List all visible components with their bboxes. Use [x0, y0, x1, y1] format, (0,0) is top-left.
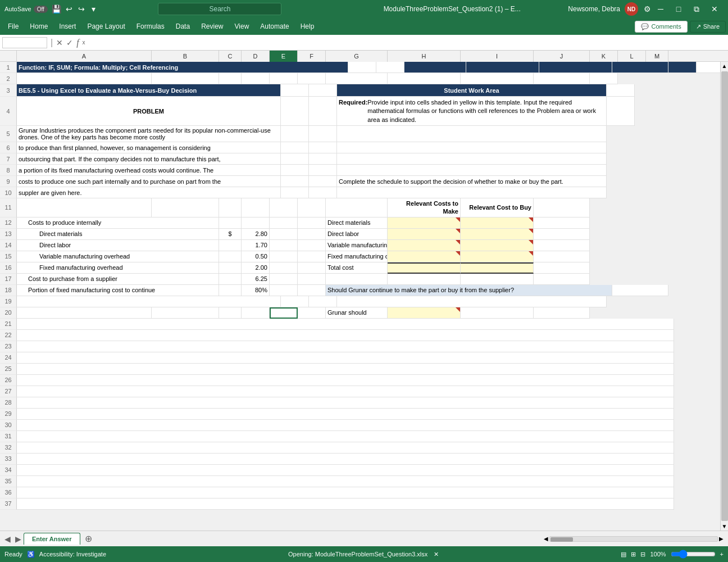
cell-e7[interactable]: [281, 153, 309, 165]
cell-e5[interactable]: [281, 126, 309, 142]
cell-a23[interactable]: [17, 341, 674, 352]
cell-j14[interactable]: [534, 240, 590, 251]
cell-c11[interactable]: [219, 198, 242, 217]
cell-k3[interactable]: [607, 84, 635, 97]
cell-j13[interactable]: [534, 229, 590, 240]
customize-icon[interactable]: ▾: [89, 4, 98, 13]
cell-a15[interactable]: Variable manufacturing overhead: [17, 251, 219, 262]
cell-g14[interactable]: Variable manufacturing overhead: [326, 240, 388, 251]
cancel-formula-icon[interactable]: ✕: [56, 38, 63, 47]
cell-a17[interactable]: Cost to purchase from a supplier: [17, 274, 219, 285]
cell-j12[interactable]: [534, 217, 590, 229]
cell-f19[interactable]: [309, 296, 337, 307]
cell-a7[interactable]: outsourcing that part. If the company de…: [17, 153, 281, 165]
view-break-icon[interactable]: ⊟: [640, 551, 645, 558]
vertical-scrollbar[interactable]: ▲ ▼: [720, 62, 728, 531]
close-status-button[interactable]: ✕: [434, 551, 439, 558]
cell-e11[interactable]: [270, 198, 298, 217]
formula-input[interactable]: [88, 38, 726, 48]
cell-i17[interactable]: [461, 274, 534, 285]
settings-icon[interactable]: ⚙: [643, 4, 652, 13]
cell-f20[interactable]: [298, 307, 326, 319]
cell-d17[interactable]: 6.25: [242, 274, 270, 285]
cell-b11[interactable]: [152, 198, 219, 217]
undo-icon[interactable]: ↩: [65, 4, 74, 13]
cell-g7[interactable]: [337, 153, 607, 165]
cell-i13[interactable]: [461, 229, 534, 240]
save-icon[interactable]: 💾: [52, 4, 61, 13]
scroll-right-button[interactable]: ▶: [719, 536, 724, 542]
cell-a8[interactable]: a portion of its fixed manufacturing ove…: [17, 165, 281, 176]
menu-view[interactable]: View: [229, 20, 255, 33]
cell-d16[interactable]: 2.00: [242, 262, 270, 274]
cell-d20[interactable]: [242, 307, 270, 319]
cell-a13[interactable]: Direct materials: [17, 229, 219, 240]
cell-a36[interactable]: [17, 487, 674, 498]
close-button[interactable]: ✕: [706, 0, 724, 18]
cell-d15[interactable]: 0.50: [242, 251, 270, 262]
cell-f5[interactable]: [309, 126, 337, 142]
menu-page-layout[interactable]: Page Layout: [81, 20, 130, 33]
cell-f1[interactable]: [376, 62, 404, 73]
cell-h17[interactable]: [388, 274, 461, 285]
cell-e13[interactable]: [270, 229, 298, 240]
cell-c2[interactable]: [219, 73, 242, 84]
cell-d12[interactable]: [242, 217, 270, 229]
cell-j1[interactable]: [612, 62, 668, 73]
cell-e1[interactable]: [348, 62, 376, 73]
cell-a24[interactable]: [17, 352, 674, 364]
cell-f11[interactable]: [298, 198, 326, 217]
user-avatar[interactable]: ND: [625, 2, 638, 16]
cell-j16[interactable]: [534, 262, 590, 274]
cell-g8[interactable]: [337, 165, 607, 176]
cell-g10[interactable]: [337, 187, 607, 198]
zoom-slider[interactable]: [671, 550, 716, 559]
sheet-tab-enter-answer[interactable]: Enter Answer: [24, 533, 80, 545]
cell-g16[interactable]: Total cost: [326, 262, 388, 274]
cell-f16[interactable]: [298, 262, 326, 274]
cell-c20[interactable]: [219, 307, 242, 319]
cell-c13[interactable]: $: [219, 229, 242, 240]
col-header-i[interactable]: I: [461, 51, 534, 62]
cell-j18[interactable]: [612, 285, 668, 296]
col-header-m[interactable]: M: [646, 51, 668, 62]
cell-f10[interactable]: [309, 187, 337, 198]
cell-k4[interactable]: [607, 97, 635, 126]
cell-e18[interactable]: [270, 285, 298, 296]
search-input[interactable]: [158, 3, 281, 15]
cell-h15[interactable]: [388, 251, 461, 262]
zoom-in-icon[interactable]: +: [720, 551, 724, 558]
scroll-thumb[interactable]: [721, 71, 728, 521]
cell-e14[interactable]: [270, 240, 298, 251]
cell-a4[interactable]: PROBLEM: [17, 97, 281, 126]
cell-g5[interactable]: [337, 126, 607, 142]
col-header-k[interactable]: K: [590, 51, 618, 62]
cell-c16[interactable]: [219, 262, 242, 274]
cell-g3[interactable]: Student Work Area: [337, 84, 607, 97]
scroll-tabs-left-button[interactable]: ◀: [2, 533, 13, 545]
cell-d18[interactable]: 80%: [242, 285, 270, 296]
cell-j20[interactable]: [534, 307, 590, 319]
cell-k2[interactable]: [590, 73, 618, 84]
cell-h20[interactable]: [388, 307, 461, 319]
cell-e10[interactable]: [281, 187, 309, 198]
redo-icon[interactable]: ↪: [77, 4, 86, 13]
cell-f8[interactable]: [309, 165, 337, 176]
cell-h2[interactable]: [388, 73, 461, 84]
cell-i15[interactable]: [461, 251, 534, 262]
cell-j17[interactable]: [534, 274, 590, 285]
cell-i2[interactable]: [461, 73, 534, 84]
cell-f2[interactable]: [298, 73, 326, 84]
cell-a10[interactable]: suppler are given here.: [17, 187, 281, 198]
cell-h16[interactable]: [388, 262, 461, 274]
cell-e20[interactable]: [270, 307, 298, 319]
cell-a12[interactable]: Costs to produce internally: [17, 217, 219, 229]
col-header-g[interactable]: G: [326, 51, 388, 62]
cell-e3[interactable]: [281, 84, 309, 97]
name-box[interactable]: [2, 37, 47, 48]
cell-g4[interactable]: Required: Provide input into cells shade…: [337, 97, 607, 126]
comments-button[interactable]: 💬 Comments: [635, 21, 687, 33]
cell-f3[interactable]: [309, 84, 337, 97]
col-header-d[interactable]: D: [242, 51, 270, 62]
cell-c17[interactable]: [219, 274, 242, 285]
